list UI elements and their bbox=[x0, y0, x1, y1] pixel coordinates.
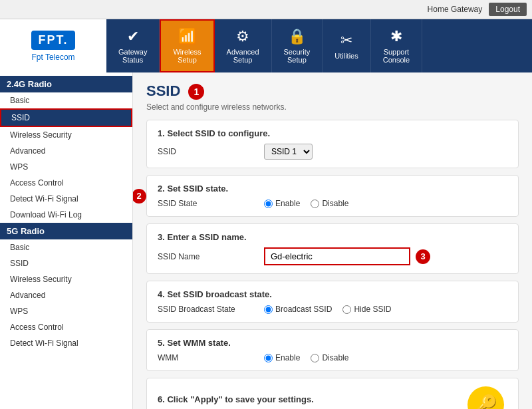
hide-ssid-option[interactable]: Hide SSID bbox=[342, 305, 391, 314]
sidebar-item-access-control-5g[interactable]: Access Control bbox=[0, 319, 132, 335]
page-subtitle: Select and configure wireless networks. bbox=[146, 102, 519, 112]
nav-utilities[interactable]: ✂ Utilities bbox=[323, 19, 370, 72]
hide-ssid-radio[interactable] bbox=[342, 305, 351, 314]
wmm-enable-radio[interactable] bbox=[264, 354, 273, 362]
teky-icon: 🔑 bbox=[467, 386, 504, 409]
ssid-name-input[interactable] bbox=[264, 247, 410, 265]
broadcast-ssid-option[interactable]: Broadcast SSID bbox=[264, 305, 332, 314]
sidebar-item-ssid-24g[interactable]: SSID bbox=[0, 108, 132, 127]
ssid-select-container: SSID 1 SSID 2 SSID 3 SSID 4 bbox=[264, 144, 507, 160]
wireless-setup-icon: 📶 bbox=[178, 28, 196, 45]
step-5-field-row: WMM Enable Disable bbox=[158, 353, 507, 362]
ssid-name-input-container: 3 bbox=[264, 247, 507, 265]
content-area: SSID 1 Select and configure wireless net… bbox=[133, 72, 532, 409]
nav-wireless-setup-label: WirelessSetup bbox=[173, 48, 201, 64]
ssid-label: SSID bbox=[158, 147, 264, 156]
nav-security-setup[interactable]: 🔒 SecuritySetup bbox=[272, 19, 323, 72]
gateway-status-icon: ✔ bbox=[127, 28, 139, 45]
nav-support-console[interactable]: ✱ SupportConsole bbox=[371, 19, 422, 72]
header: FPT. Fpt Telecom ✔ GatewayStatus 📶 Wirel… bbox=[0, 19, 532, 72]
ssid-select[interactable]: SSID 1 SSID 2 SSID 3 SSID 4 bbox=[264, 144, 313, 160]
utilities-icon: ✂ bbox=[340, 32, 352, 49]
ssid-name-label: SSID Name bbox=[158, 252, 264, 261]
ssid-broadcast-radio-group: Broadcast SSID Hide SSID bbox=[264, 305, 507, 314]
sidebar-item-basic-24g[interactable]: Basic bbox=[0, 92, 132, 108]
nav-security-setup-label: SecuritySetup bbox=[284, 48, 311, 64]
step-4-card: 4. Set SSID broadcast state. SSID Broadc… bbox=[146, 281, 519, 323]
step-2-field-row: SSID State Enable Disable bbox=[158, 199, 507, 208]
step-4-title: 4. Set SSID broadcast state. bbox=[158, 289, 507, 299]
step-6-left: 6. Click "Apply" to save your settings. … bbox=[158, 394, 314, 410]
nav-support-console-label: SupportConsole bbox=[383, 48, 410, 64]
teky-logo: 🔑 TEKY Young can do IT bbox=[464, 386, 507, 409]
step-2-card: 2. Set SSID state. SSID State Enable Dis… bbox=[146, 175, 519, 217]
security-setup-icon: 🔒 bbox=[288, 28, 306, 45]
fpt-logo: FPT. bbox=[31, 31, 74, 50]
nav-wireless-setup[interactable]: 📶 WirelessSetup bbox=[160, 19, 214, 72]
step-2-title: 2. Set SSID state. bbox=[158, 184, 507, 194]
broadcast-ssid-radio[interactable] bbox=[264, 305, 273, 314]
annotation-2-badge: 2 bbox=[133, 189, 146, 204]
fpt-subtitle: Fpt Telecom bbox=[31, 53, 74, 62]
nav-utilities-label: Utilities bbox=[334, 52, 358, 60]
ssid-state-label: SSID State bbox=[158, 199, 264, 208]
advanced-setup-icon: ⚙ bbox=[236, 28, 249, 45]
sidebar-item-download-wifi-log[interactable]: Download Wi-Fi Log bbox=[0, 207, 132, 223]
support-console-icon: ✱ bbox=[390, 28, 402, 45]
wmm-radio-group: Enable Disable bbox=[264, 353, 507, 362]
sidebar-item-wps-5g[interactable]: WPS bbox=[0, 303, 132, 319]
nav-advanced-setup-label: AdvancedSetup bbox=[227, 48, 259, 64]
ssid-state-disable-radio[interactable] bbox=[311, 200, 319, 208]
sidebar-item-detect-wifi-24g[interactable]: Detect Wi-Fi Signal bbox=[0, 191, 132, 207]
step-4-field-row: SSID Broadcast State Broadcast SSID Hide… bbox=[158, 305, 507, 314]
top-bar: Home Gateway Logout bbox=[0, 0, 532, 19]
step-3-title: 3. Enter a SSID name. bbox=[158, 232, 507, 242]
sidebar-item-ssid-5g[interactable]: SSID bbox=[0, 255, 132, 271]
page-title: SSID bbox=[146, 82, 180, 100]
ssid-state-enable-radio[interactable] bbox=[264, 200, 273, 208]
step-3-field-row: SSID Name 3 bbox=[158, 247, 507, 265]
sidebar-item-wps-24g[interactable]: WPS bbox=[0, 159, 132, 175]
sidebar-item-basic-5g[interactable]: Basic bbox=[0, 239, 132, 255]
step-6-card: 6. Click "Apply" to save your settings. … bbox=[146, 378, 519, 409]
ssid-state-enable[interactable]: Enable bbox=[264, 199, 300, 208]
main-layout: 2.4G Radio Basic SSID Wireless Security … bbox=[0, 72, 532, 409]
wmm-disable-option[interactable]: Disable bbox=[311, 353, 348, 362]
step-1-title: 1. Select SSID to configure. bbox=[158, 128, 507, 138]
sidebar-item-wireless-security-24g[interactable]: Wireless Security bbox=[0, 127, 132, 143]
sidebar-item-advanced-24g[interactable]: Advanced bbox=[0, 143, 132, 159]
sidebar-item-detect-wifi-5g[interactable]: Detect Wi-Fi Signal bbox=[0, 335, 132, 351]
ssid-broadcast-label: SSID Broadcast State bbox=[158, 305, 264, 314]
sidebar-item-wireless-security-5g[interactable]: Wireless Security bbox=[0, 271, 132, 287]
step-1-field-row: SSID SSID 1 SSID 2 SSID 3 SSID 4 bbox=[158, 144, 507, 160]
sidebar: 2.4G Radio Basic SSID Wireless Security … bbox=[0, 72, 133, 409]
logout-button[interactable]: Logout bbox=[489, 3, 527, 16]
wmm-disable-radio[interactable] bbox=[311, 354, 319, 362]
step-3-card: 3. Enter a SSID name. SSID Name 3 bbox=[146, 223, 519, 274]
nav-advanced-setup[interactable]: ⚙ AdvancedSetup bbox=[215, 19, 272, 72]
sidebar-item-advanced-5g[interactable]: Advanced bbox=[0, 287, 132, 303]
step-1-card: 1. Select SSID to configure. SSID SSID 1… bbox=[146, 120, 519, 168]
sidebar-section-24g: 2.4G Radio bbox=[0, 76, 132, 92]
step-6-title: 6. Click "Apply" to save your settings. bbox=[158, 394, 314, 404]
nav-gateway-status[interactable]: ✔ GatewayStatus bbox=[106, 19, 160, 72]
home-gateway-label: Home Gateway bbox=[428, 5, 483, 14]
ssid-state-radio-group: Enable Disable bbox=[264, 199, 507, 208]
wmm-label: WMM bbox=[158, 353, 264, 362]
step-5-title: 5. Set WMM state. bbox=[158, 338, 507, 348]
annotation-1-badge: 1 bbox=[188, 84, 204, 100]
wmm-enable-option[interactable]: Enable bbox=[264, 353, 300, 362]
logo-area: FPT. Fpt Telecom bbox=[0, 19, 106, 72]
step-2-wrapper: 2 2. Set SSID state. SSID State Enable D… bbox=[146, 175, 519, 217]
annotation-3-badge: 3 bbox=[416, 249, 430, 264]
ssid-state-disable[interactable]: Disable bbox=[311, 199, 348, 208]
step-5-card: 5. Set WMM state. WMM Enable Disable bbox=[146, 329, 519, 371]
nav-items: ✔ GatewayStatus 📶 WirelessSetup ⚙ Advanc… bbox=[106, 19, 532, 72]
sidebar-section-5g: 5G Radio bbox=[0, 223, 132, 239]
sidebar-item-access-control-24g[interactable]: Access Control bbox=[0, 175, 132, 191]
nav-gateway-status-label: GatewayStatus bbox=[118, 48, 147, 64]
